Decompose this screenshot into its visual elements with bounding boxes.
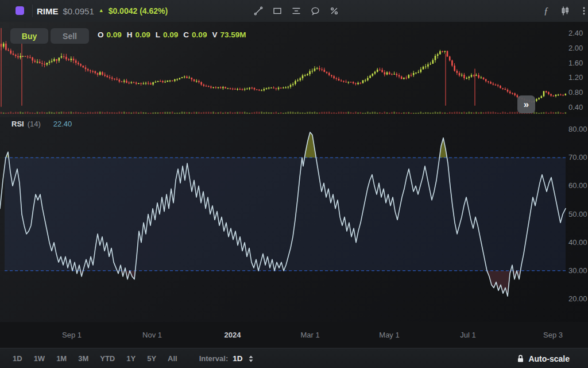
sell-button[interactable]: Sell [51,28,89,44]
rsi-axis-label: 80.00 [568,125,587,133]
range-button-ytd[interactable]: YTD [96,352,118,365]
rectangle-icon[interactable] [272,5,283,17]
price-axis-label: 1.60 [568,59,583,67]
rsi-axis-label: 40.00 [568,239,587,247]
time-axis-label: Sep 3 [543,331,563,339]
trading-chart-app: RIME $0.0951 ▲ $0.0042 (4.62%) ƒ [0,0,588,368]
token-logo[interactable] [16,6,24,15]
autoscale-label: Auto-scale [528,354,570,363]
range-button-1m[interactable]: 1M [53,352,70,365]
fib-retracement-icon[interactable] [291,5,302,17]
price-change: $0.0042 (4.62%) [109,6,168,16]
drawing-toolbar [253,0,340,22]
interval-value[interactable]: 1D [233,354,242,363]
buy-button[interactable]: Buy [10,28,48,44]
ohlcv-item: O0.09 [98,30,122,39]
date-range-buttons: 1D1W1M3MYTD1Y5YAll [9,352,181,365]
time-axis-label: Sep 1 [62,331,82,339]
rsi-axis-label: 30.00 [568,267,587,275]
ohlcv-label: H [127,30,133,39]
scroll-to-recent-button[interactable]: » [517,95,535,113]
price-chart-panel: Buy Sell O0.09H0.09L0.09C0.09V73.59M 2.4… [0,22,588,118]
rsi-axis-label: 50.00 [568,210,587,218]
ohlcv-label: V [212,30,217,39]
more-menu-icon[interactable] [578,5,588,17]
bottom-toolbar: 1D1W1M3MYTD1Y5YAll Interval: 1D Auto-sca… [0,348,588,368]
indicators-function-icon[interactable]: ƒ [540,5,552,17]
range-button-1y[interactable]: 1Y [123,352,139,365]
top-toolbar: RIME $0.0951 ▲ $0.0042 (4.62%) ƒ [0,0,588,22]
ohlcv-item: C0.09 [183,30,207,39]
range-button-5y[interactable]: 5Y [144,352,160,365]
price-axis-label: 2.00 [568,44,583,52]
autoscale-toggle[interactable]: Auto-scale [517,354,570,363]
interval-spinner-icon[interactable] [247,354,254,363]
range-button-1w[interactable]: 1W [30,352,49,365]
rsi-panel: RSI (14) 22.40 80.0070.0060.0050.0040.00… [0,117,588,323]
lock-icon [517,354,524,363]
toolbar-divider [32,5,33,17]
range-button-all[interactable]: All [164,352,181,365]
trend-line-icon[interactable] [253,5,264,17]
interval-control[interactable]: Interval: 1D [199,354,254,363]
ohlcv-value: 0.09 [136,30,150,39]
ohlcv-item: H0.09 [127,30,150,39]
patterns-percent-icon[interactable] [328,5,340,17]
ohlcv-value: 73.59M [220,30,246,39]
ohlcv-label: O [98,30,104,39]
ohlcv-item: L0.09 [156,30,179,39]
price-axis-label: 0.80 [568,89,583,97]
rsi-title: RSI [11,120,24,128]
rsi-axis-label: 60.00 [568,182,587,190]
symbol-name: RIME [37,6,59,16]
time-axis-label: May 1 [379,331,399,339]
ohlcv-value: 0.09 [107,30,122,39]
time-axis-label: Mar 1 [300,331,319,339]
rsi-axis-label: 70.00 [568,154,587,162]
rsi-axis-label: 20.00 [568,295,587,303]
symbol-summary: RIME $0.0951 ▲ $0.0042 (4.62%) [37,0,168,22]
rsi-header: RSI (14) 22.40 [11,120,72,128]
rsi-period: (14) [28,120,41,128]
time-axis-label: Jul 1 [460,331,475,339]
interval-label: Interval: [199,354,229,363]
time-axis[interactable]: Sep 1Nov 12024Mar 1May 1Jul 1Sep 3 [0,322,588,348]
candles-style-icon[interactable] [559,5,571,17]
price-axis-label: 1.20 [568,74,583,82]
ohlcv-label: C [183,30,189,39]
time-axis-label: 2024 [225,331,241,339]
time-axis-label: Nov 1 [142,331,162,339]
price-axis-label: 2.40 [568,29,583,37]
rsi-chart[interactable] [0,117,588,322]
ohlcv-value: 0.09 [163,30,178,39]
price-axis-label: 0.40 [568,103,583,112]
ohlcv-label: L [156,30,160,39]
range-button-1d[interactable]: 1D [9,352,26,365]
ohlcv-value: 0.09 [192,30,207,39]
range-button-3m[interactable]: 3M [75,352,92,365]
ohlcv-item: V73.59M [212,30,246,39]
right-toolbar: ƒ [540,0,588,22]
ohlcv-readout: O0.09H0.09L0.09C0.09V73.59M [98,30,246,39]
comment-icon[interactable] [310,5,321,17]
last-price: $0.0951 [63,6,94,16]
rsi-value: 22.40 [53,120,72,128]
change-up-arrow-icon: ▲ [99,7,104,13]
